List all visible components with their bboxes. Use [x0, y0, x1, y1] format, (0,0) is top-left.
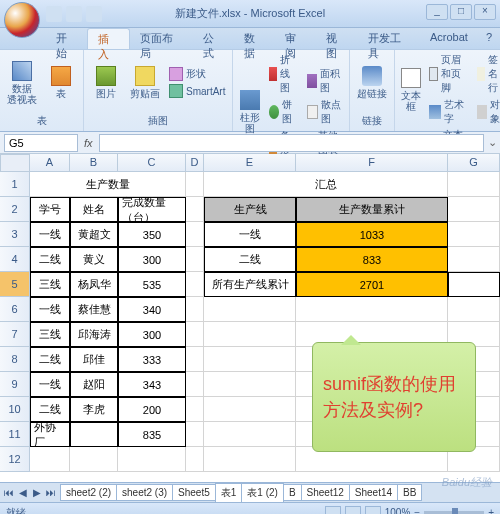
cell[interactable]: 二线: [30, 397, 70, 422]
cell[interactable]: [186, 197, 204, 222]
scatter-chart-button[interactable]: 散点图: [304, 97, 346, 127]
cell[interactable]: 赵阳: [70, 372, 118, 397]
line-chart-button[interactable]: 折线图: [266, 52, 301, 96]
cell[interactable]: [186, 397, 204, 422]
cell[interactable]: 所有生产线累计: [204, 272, 296, 297]
select-all-corner[interactable]: [0, 154, 30, 172]
row-header[interactable]: 12: [0, 447, 30, 472]
tab-formulas[interactable]: 公式: [193, 28, 234, 49]
sheet-tab[interactable]: Sheet12: [301, 484, 350, 501]
cell[interactable]: 833: [296, 247, 448, 272]
cell[interactable]: 三线: [30, 322, 70, 347]
cell[interactable]: 汇总: [204, 172, 448, 197]
row-header[interactable]: 6: [0, 297, 30, 322]
wordart-button[interactable]: 艺术字: [426, 97, 471, 127]
cell[interactable]: [448, 247, 500, 272]
page-layout-view-button[interactable]: [345, 506, 361, 515]
cell[interactable]: [296, 297, 448, 322]
column-header[interactable]: A: [30, 154, 70, 172]
cell[interactable]: 生产线: [204, 197, 296, 222]
zoom-out-button[interactable]: −: [414, 507, 420, 514]
row-header[interactable]: 2: [0, 197, 30, 222]
zoom-in-button[interactable]: +: [488, 507, 494, 514]
picture-button[interactable]: 图片: [88, 52, 124, 113]
tab-home[interactable]: 开始: [46, 28, 87, 49]
prev-sheet-button[interactable]: ◀: [16, 487, 30, 498]
column-header[interactable]: D: [186, 154, 204, 172]
row-header[interactable]: 1: [0, 172, 30, 197]
cell[interactable]: [186, 297, 204, 322]
next-sheet-button[interactable]: ▶: [30, 487, 44, 498]
callout-shape[interactable]: sumif函数的使用方法及实例?: [312, 342, 476, 452]
cell[interactable]: 一线: [30, 372, 70, 397]
table-button[interactable]: 表: [43, 52, 79, 113]
cell[interactable]: 杨凤华: [70, 272, 118, 297]
cell[interactable]: 835: [118, 422, 186, 447]
cell[interactable]: [448, 297, 500, 322]
row-header[interactable]: 10: [0, 397, 30, 422]
undo-icon[interactable]: [66, 6, 82, 22]
name-box[interactable]: [4, 134, 78, 152]
expand-formula-icon[interactable]: ⌄: [484, 136, 500, 149]
cell[interactable]: 350: [118, 222, 186, 247]
sheet-tab[interactable]: B: [283, 484, 302, 501]
pivot-table-button[interactable]: 数据 透视表: [4, 52, 40, 113]
cell[interactable]: [448, 197, 500, 222]
cell[interactable]: 二线: [204, 247, 296, 272]
cell[interactable]: [30, 447, 70, 472]
cell[interactable]: [204, 297, 296, 322]
cell[interactable]: 生产数量: [30, 172, 186, 197]
last-sheet-button[interactable]: ⏭: [44, 487, 58, 498]
column-header[interactable]: F: [296, 154, 448, 172]
header-footer-button[interactable]: 页眉和页脚: [426, 52, 471, 96]
cell[interactable]: 二线: [30, 247, 70, 272]
cell[interactable]: [186, 372, 204, 397]
cell[interactable]: 343: [118, 372, 186, 397]
cell[interactable]: 三线: [30, 272, 70, 297]
normal-view-button[interactable]: [325, 506, 341, 515]
row-header[interactable]: 8: [0, 347, 30, 372]
cell[interactable]: 外协厂: [30, 422, 70, 447]
column-header[interactable]: C: [118, 154, 186, 172]
hyperlink-button[interactable]: 超链接: [354, 52, 390, 113]
sheet-tab[interactable]: 表1 (2): [241, 483, 284, 503]
pie-chart-button[interactable]: 饼图: [266, 97, 301, 127]
cell[interactable]: 姓名: [70, 197, 118, 222]
sheet-tab[interactable]: Sheet5: [172, 484, 216, 501]
cell[interactable]: [186, 222, 204, 247]
cell[interactable]: [186, 422, 204, 447]
object-button[interactable]: 对象: [474, 97, 500, 127]
row-header[interactable]: 7: [0, 322, 30, 347]
cell[interactable]: 一线: [30, 222, 70, 247]
minimize-button[interactable]: _: [426, 4, 448, 20]
page-break-view-button[interactable]: [365, 506, 381, 515]
smartart-button[interactable]: SmartArt: [166, 83, 228, 99]
cell[interactable]: [448, 222, 500, 247]
sheet-tab[interactable]: Sheet14: [349, 484, 398, 501]
cell[interactable]: 蔡佳慧: [70, 297, 118, 322]
cell[interactable]: [70, 447, 118, 472]
cell[interactable]: [204, 347, 296, 372]
close-button[interactable]: ×: [474, 4, 496, 20]
cell[interactable]: 黄义: [70, 247, 118, 272]
cell[interactable]: [448, 272, 500, 297]
cell[interactable]: [186, 447, 204, 472]
cell[interactable]: [70, 422, 118, 447]
cell[interactable]: 一线: [30, 297, 70, 322]
cell[interactable]: 李虎: [70, 397, 118, 422]
cell[interactable]: [186, 172, 204, 197]
tab-acrobat[interactable]: Acrobat: [420, 28, 478, 49]
column-header[interactable]: B: [70, 154, 118, 172]
cell[interactable]: 340: [118, 297, 186, 322]
sheet-tab[interactable]: sheet2 (3): [116, 484, 173, 501]
sheet-area[interactable]: ABCDEFG 123456789101112 生产数量学号姓名完成数量（台）一…: [0, 154, 500, 482]
cell[interactable]: 邱佳: [70, 347, 118, 372]
cell[interactable]: [204, 397, 296, 422]
cell[interactable]: [204, 422, 296, 447]
save-icon[interactable]: [46, 6, 62, 22]
column-header[interactable]: E: [204, 154, 296, 172]
area-chart-button[interactable]: 面积图: [304, 66, 346, 96]
cell[interactable]: 一线: [204, 222, 296, 247]
cell[interactable]: [204, 372, 296, 397]
cell[interactable]: [204, 322, 296, 347]
